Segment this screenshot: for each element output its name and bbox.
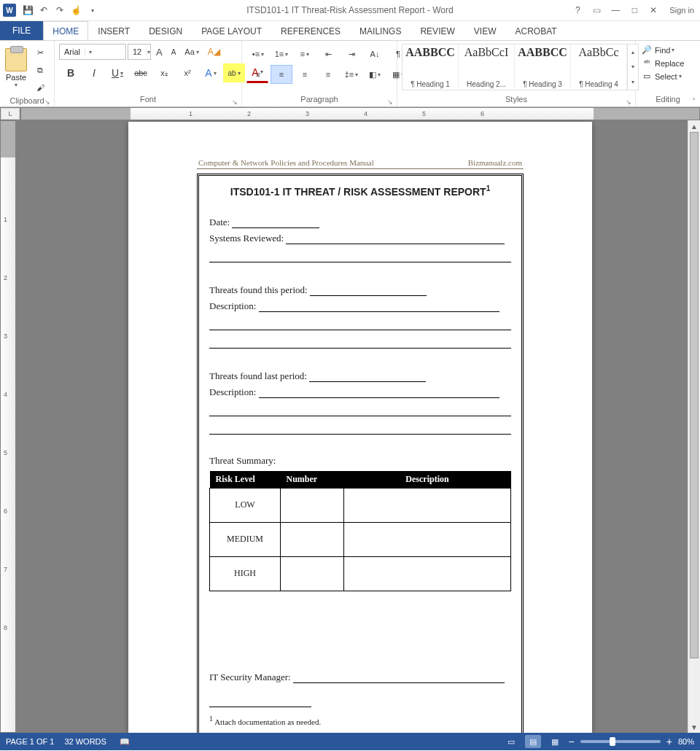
maximize-button[interactable]: □ xyxy=(626,3,643,17)
document-page[interactable]: Computer & Network Policies and Procedur… xyxy=(128,122,592,733)
zoom-slider[interactable] xyxy=(580,740,661,743)
italic-button[interactable]: I xyxy=(83,63,105,82)
justify-button[interactable]: ≡ xyxy=(317,65,339,84)
row-high: HIGH xyxy=(210,556,281,591)
underline-button[interactable]: U xyxy=(106,63,128,82)
ribbon-display-button[interactable]: ▭ xyxy=(588,3,605,17)
align-center-button[interactable]: ≡ xyxy=(271,65,292,84)
clipboard-launcher[interactable]: ↘ xyxy=(44,98,51,106)
replace-icon: ᵃᵇ xyxy=(642,58,652,68)
tab-home[interactable]: HOME xyxy=(43,21,88,40)
minimize-button[interactable]: — xyxy=(607,3,624,17)
tab-acrobat[interactable]: ACROBAT xyxy=(505,21,566,40)
footnote-text: Attach documentation as needed. xyxy=(214,717,321,725)
horizontal-ruler[interactable]: 1 2 3 4 5 6 xyxy=(21,108,699,120)
collapse-ribbon-button[interactable]: ˄ xyxy=(692,97,696,105)
vertical-ruler[interactable]: 1 2 3 4 5 6 7 8 xyxy=(1,121,15,732)
style-name-label: Heading 2... xyxy=(460,80,513,88)
qat-customize-button[interactable] xyxy=(85,3,99,17)
numbering-button[interactable]: 1≡ xyxy=(271,44,292,63)
view-web-button[interactable]: ▦ xyxy=(547,735,563,748)
zoom-in-button[interactable]: + xyxy=(666,736,672,747)
align-right-button[interactable]: ≡ xyxy=(294,65,316,84)
shrink-font-button[interactable]: A xyxy=(168,47,179,58)
paste-button[interactable]: Paste ▾ xyxy=(4,44,28,92)
sort-button[interactable]: A↓ xyxy=(364,44,386,63)
status-proof-icon[interactable]: 📖 xyxy=(117,735,133,748)
vertical-scrollbar[interactable]: ▲ ▼ xyxy=(688,120,700,733)
tab-selector[interactable]: L xyxy=(1,108,20,120)
font-size-combo[interactable]: 12 ▾ xyxy=(128,44,151,60)
style-heading-3[interactable]: AABBCC ¶ Heading 3 xyxy=(515,44,571,90)
date-label: Date: xyxy=(209,217,230,227)
scroll-down-button[interactable]: ▼ xyxy=(688,721,700,733)
copy-button[interactable]: ⧉ xyxy=(30,62,50,78)
qat-touch-mode-button[interactable]: ☝ xyxy=(69,3,83,17)
zoom-value[interactable]: 80% xyxy=(678,737,694,746)
qat-save-button[interactable]: 💾 xyxy=(20,3,35,17)
close-button[interactable]: ✕ xyxy=(645,3,662,17)
superscript-button[interactable]: x² xyxy=(176,63,198,82)
change-case-button[interactable]: Aa xyxy=(182,46,201,58)
scroll-thumb[interactable] xyxy=(690,132,699,658)
cut-button[interactable]: ✂ xyxy=(30,44,50,61)
tab-references[interactable]: REFERENCES xyxy=(271,21,350,40)
bullets-button[interactable]: •≡ xyxy=(247,44,269,63)
bold-button[interactable]: B xyxy=(60,63,82,82)
find-icon: 🔎 xyxy=(642,45,652,55)
group-clipboard: Paste ▾ ✂ ⧉ 🖌 Clipboard ↘ xyxy=(0,41,55,106)
paragraph-launcher[interactable]: ↘ xyxy=(386,98,394,106)
tab-review[interactable]: REVIEW xyxy=(411,21,464,40)
find-label: Find xyxy=(655,46,670,55)
manager-label: IT Security Manager: xyxy=(209,672,291,682)
title-bar: W 💾 ↶ ↷ ☝ ITSD101-1 IT Threat-Risk Asses… xyxy=(0,0,700,21)
shading-button[interactable]: ◧ xyxy=(364,65,386,84)
style-preview: AaBbCc xyxy=(572,46,625,59)
styles-group-label: Styles xyxy=(505,95,527,104)
description-label-1: Description: xyxy=(209,300,256,311)
font-launcher[interactable]: ↘ xyxy=(231,98,238,106)
decrease-indent-button[interactable]: ⇤ xyxy=(317,44,339,63)
scroll-up-button[interactable]: ▲ xyxy=(688,120,700,132)
replace-label: Replace xyxy=(655,59,684,68)
font-name-combo[interactable]: Arial ▾ xyxy=(59,44,126,60)
tab-design[interactable]: DESIGN xyxy=(139,21,192,40)
window-title: ITSD101-1 IT Threat-Risk Assessment Repo… xyxy=(246,5,453,15)
clear-formatting-button[interactable]: A◢ xyxy=(205,45,223,58)
format-painter-button[interactable]: 🖌 xyxy=(30,79,50,96)
tab-page-layout[interactable]: PAGE LAYOUT xyxy=(192,21,271,40)
status-page[interactable]: PAGE 1 OF 1 xyxy=(6,737,54,746)
document-area: 1 2 3 4 5 6 7 8 Computer & Network Polic… xyxy=(0,120,700,733)
find-button[interactable]: 🔎Find▾ xyxy=(640,44,676,56)
ribbon-tabs: FILE HOME INSERT DESIGN PAGE LAYOUT REFE… xyxy=(0,21,700,41)
grow-font-button[interactable]: A xyxy=(153,45,166,59)
select-button[interactable]: ▭Select▾ xyxy=(640,70,683,82)
zoom-out-button[interactable]: − xyxy=(569,736,575,747)
sign-in-link[interactable]: Sign in xyxy=(666,0,697,20)
multilevel-list-button[interactable]: ≡ xyxy=(294,44,316,63)
text-effects-button[interactable]: A xyxy=(200,63,222,82)
styles-gallery[interactable]: AABBCC ¶ Heading 1 AaBbCcI Heading 2... … xyxy=(402,44,639,90)
view-print-button[interactable]: ▤ xyxy=(525,735,541,748)
qat-redo-button[interactable]: ↷ xyxy=(52,3,67,17)
help-button[interactable]: ? xyxy=(569,3,586,17)
replace-button[interactable]: ᵃᵇReplace xyxy=(640,57,685,69)
subscript-button[interactable]: x₂ xyxy=(153,63,175,82)
style-heading-4[interactable]: AaBbCc ¶ Heading 4 xyxy=(571,44,627,90)
line-spacing-button[interactable]: ‡≡ xyxy=(341,65,362,84)
tab-file[interactable]: FILE xyxy=(0,20,43,40)
tab-insert[interactable]: INSERT xyxy=(88,21,139,40)
align-left-button[interactable]: ≡ xyxy=(247,65,269,84)
font-name-value: Arial xyxy=(60,47,85,56)
tab-view[interactable]: VIEW xyxy=(464,21,506,40)
strikethrough-button[interactable]: abc xyxy=(130,63,152,82)
status-words[interactable]: 32 WORDS xyxy=(64,737,106,746)
view-read-button[interactable]: ▭ xyxy=(503,735,519,748)
style-heading-2[interactable]: AaBbCcI Heading 2... xyxy=(459,44,515,90)
styles-launcher[interactable]: ↘ xyxy=(625,98,632,106)
tab-mailings[interactable]: MAILINGS xyxy=(350,21,411,40)
increase-indent-button[interactable]: ⇥ xyxy=(341,44,362,63)
qat-undo-button[interactable]: ↶ xyxy=(36,3,51,17)
doc-header-left: Computer & Network Policies and Procedur… xyxy=(198,158,374,167)
style-heading-1[interactable]: AABBCC ¶ Heading 1 xyxy=(402,44,459,90)
